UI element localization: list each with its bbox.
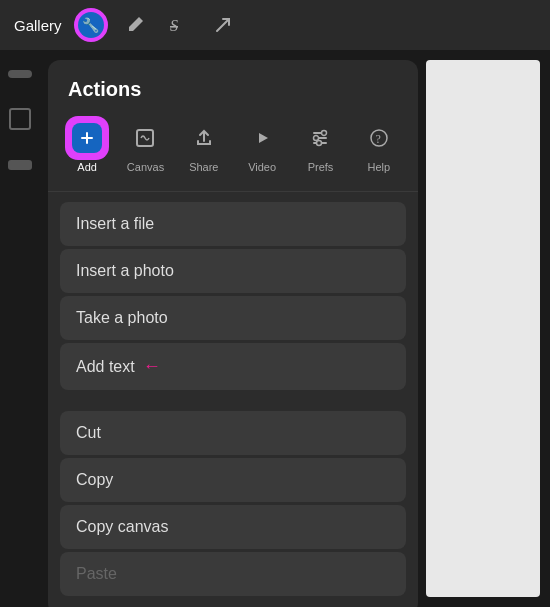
add-icon <box>78 129 96 147</box>
action-copy-canvas[interactable]: Copy canvas <box>60 505 406 549</box>
tab-prefs[interactable]: Prefs <box>293 115 347 177</box>
action-insert-file[interactable]: Insert a file <box>60 202 406 246</box>
sidebar-square[interactable] <box>9 108 31 130</box>
tab-share[interactable]: Share <box>177 115 231 177</box>
pen-tool-button[interactable] <box>118 8 152 42</box>
wrench-tool-button[interactable]: 🔧 <box>74 8 108 42</box>
style-tool-button[interactable]: S <box>162 8 196 42</box>
share-icon <box>193 127 215 149</box>
action-paste[interactable]: Paste <box>60 552 406 596</box>
tab-prefs-label: Prefs <box>308 161 334 173</box>
pen-icon <box>125 15 145 35</box>
left-sidebar <box>0 50 40 607</box>
tab-add-label: Add <box>77 161 97 173</box>
gallery-label: Gallery <box>14 17 62 34</box>
action-group-gap <box>48 397 418 407</box>
svg-text:?: ? <box>375 132 380 146</box>
tab-help[interactable]: ? Help <box>352 115 406 177</box>
actions-panel: Actions Add <box>48 60 418 607</box>
action-take-photo[interactable]: Take a photo <box>60 296 406 340</box>
help-icon: ? <box>368 127 390 149</box>
prefs-icon <box>309 127 331 149</box>
tab-video-label: Video <box>248 161 276 173</box>
svg-text:S: S <box>170 17 178 34</box>
action-list-group-1: Insert a file Insert a photo Take a phot… <box>48 198 418 397</box>
tab-canvas-label: Canvas <box>127 161 164 173</box>
top-toolbar: Gallery 🔧 S <box>0 0 550 50</box>
actions-title: Actions <box>48 78 418 115</box>
sidebar-handle-2[interactable] <box>8 160 32 170</box>
main-content: Actions Add <box>0 50 550 607</box>
action-list-group-2: Cut Copy Copy canvas Paste <box>48 407 418 603</box>
action-add-text[interactable]: Add text ← <box>60 343 406 390</box>
arrow-icon <box>213 15 233 35</box>
tab-help-label: Help <box>367 161 390 173</box>
action-cut[interactable]: Cut <box>60 411 406 455</box>
wrench-icon: 🔧 <box>82 17 99 33</box>
svg-point-8 <box>322 131 327 136</box>
tab-canvas[interactable]: Canvas <box>118 115 172 177</box>
video-icon <box>251 127 273 149</box>
tab-share-label: Share <box>189 161 218 173</box>
canvas-area <box>426 60 540 597</box>
canvas-icon <box>134 127 156 149</box>
sidebar-handle-1[interactable] <box>8 70 32 78</box>
add-text-arrow: ← <box>143 356 161 377</box>
strikethrough-icon: S <box>168 15 190 35</box>
svg-marker-4 <box>259 133 268 143</box>
tab-bar: Add Canvas <box>48 115 418 192</box>
tab-add[interactable]: Add <box>60 115 114 177</box>
action-copy[interactable]: Copy <box>60 458 406 502</box>
svg-point-6 <box>314 136 319 141</box>
svg-point-10 <box>317 141 322 146</box>
tab-video[interactable]: Video <box>235 115 289 177</box>
action-insert-photo[interactable]: Insert a photo <box>60 249 406 293</box>
svg-rect-2 <box>81 137 93 139</box>
export-tool-button[interactable] <box>206 8 240 42</box>
